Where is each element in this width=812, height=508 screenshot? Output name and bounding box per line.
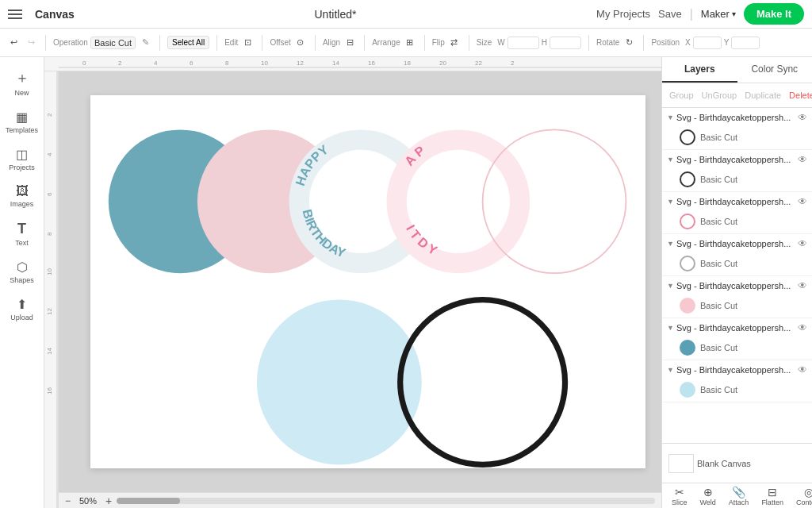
toolbar-sep-9 — [588, 35, 589, 51]
operation-value[interactable]: Basic Cut — [90, 37, 136, 49]
bottom-toolbar: ✂ Slice ⊕ Weld 📎 Attach ⊟ Flatten ◎ Cont… — [662, 483, 812, 508]
operation-group: Operation Basic Cut ✎ — [53, 36, 152, 50]
blank-canvas-panel: Blank Canvas — [662, 443, 812, 483]
height-input[interactable] — [550, 37, 581, 49]
canvas-scroll[interactable]: HAPPY BIRTHDAY A P — [59, 71, 661, 492]
layer-name-7: Svg - Birthdaycaketoppersh... — [676, 365, 795, 375]
contour-button[interactable]: ◎ Contour — [790, 484, 812, 508]
select-all-button[interactable]: Select All — [167, 36, 209, 49]
layer-sublabel-1: Basic Cut — [700, 133, 737, 142]
sidebar-item-new[interactable]: ＋ New — [3, 64, 41, 102]
sidebar-item-upload[interactable]: ⬆ Upload — [3, 292, 41, 326]
tab-layers[interactable]: Layers — [662, 57, 737, 83]
layer-header-5[interactable]: ▼ Svg - Birthdaycaketoppersh... 👁 — [662, 276, 812, 295]
rotate-label: Rotate — [596, 38, 619, 47]
weld-label: Weld — [700, 498, 716, 506]
flip-icon[interactable]: ⇄ — [447, 36, 462, 50]
sidebar-label-new: New — [14, 89, 29, 97]
tab-color-sync[interactable]: Color Sync — [737, 57, 813, 83]
save-button[interactable]: Save — [658, 8, 682, 20]
attach-button[interactable]: 📎 Attach — [722, 484, 756, 508]
top-bar: Canvas Untitled* My Projects Save | Make… — [0, 0, 812, 29]
layer-sublabel-4: Basic Cut — [700, 259, 737, 268]
layer-header-6[interactable]: ▼ Svg - Birthdaycaketoppersh... 👁 — [662, 318, 812, 337]
ungroup-button[interactable]: UnGroup — [698, 88, 741, 102]
sidebar-item-images[interactable]: 🖼 Images — [3, 179, 41, 213]
toolbar-sep-1 — [45, 35, 46, 51]
weld-button[interactable]: ⊕ Weld — [694, 484, 722, 508]
sidebar-item-projects[interactable]: ◫ Projects — [3, 142, 41, 176]
sidebar-item-text[interactable]: T Text — [3, 216, 41, 252]
horizontal-scrollbar[interactable] — [117, 498, 655, 504]
edit-group: Edit ⊡ — [224, 36, 255, 50]
arrange-group: Arrange ⊞ — [372, 36, 417, 50]
operation-edit-icon[interactable]: ✎ — [138, 36, 152, 50]
ruler-top: 0 2 4 6 8 10 12 14 16 18 20 22 2 — [44, 57, 661, 71]
toolbar: ↩ ↪ Operation Basic Cut ✎ Select All Edi… — [0, 29, 812, 57]
contour-icon: ◎ — [804, 486, 812, 498]
flatten-button[interactable]: ⊟ Flatten — [755, 484, 790, 508]
slice-icon: ✂ — [675, 486, 684, 498]
layer-name-6: Svg - Birthdaycaketoppersh... — [676, 323, 795, 333]
svg-text:16: 16 — [46, 387, 53, 394]
svg-text:6: 6 — [46, 192, 53, 196]
layer-header-2[interactable]: ▼ Svg - Birthdaycaketoppersh... 👁 — [662, 150, 812, 169]
layer-eye-3[interactable]: 👁 — [798, 196, 807, 207]
toolbar-sep-6 — [364, 35, 365, 51]
layer-eye-1[interactable]: 👁 — [798, 112, 807, 123]
my-projects-button[interactable]: My Projects — [596, 8, 650, 20]
undo-icon[interactable]: ↩ — [6, 36, 21, 50]
layer-circle-6 — [680, 340, 695, 356]
duplicate-button[interactable]: Duplicate — [741, 88, 785, 102]
offset-icon[interactable]: ⊙ — [293, 36, 308, 50]
align-icon[interactable]: ⊟ — [343, 36, 357, 50]
layer-circle-1 — [680, 129, 695, 145]
x-input[interactable] — [693, 37, 722, 49]
position-label: Position — [651, 38, 680, 47]
text-icon: T — [17, 221, 26, 237]
group-button[interactable]: Group — [665, 88, 698, 102]
layer-header-4[interactable]: ▼ Svg - Birthdaycaketoppersh... 👁 — [662, 234, 812, 253]
design-canvas[interactable]: HAPPY BIRTHDAY A P — [90, 95, 645, 468]
layer-sub-1: Basic Cut — [662, 127, 812, 149]
position-group: Position X Y — [651, 37, 760, 49]
svg-text:20: 20 — [439, 60, 446, 67]
layer-header-3[interactable]: ▼ Svg - Birthdaycaketoppersh... 👁 — [662, 192, 812, 211]
layer-eye-6[interactable]: 👁 — [798, 322, 807, 333]
circle-lightblue-bottom — [257, 300, 422, 465]
align-group: Align ⊟ — [323, 36, 357, 50]
layer-eye-7[interactable]: 👁 — [798, 364, 807, 375]
arrange-icon[interactable]: ⊞ — [403, 36, 417, 50]
make-it-button[interactable]: Make It — [744, 3, 804, 25]
menu-icon[interactable] — [8, 10, 22, 19]
delete-button[interactable]: Delete — [785, 88, 812, 102]
right-panel: Layers Color Sync Group UnGroup Duplicat… — [661, 57, 812, 508]
redo-icon[interactable]: ↪ — [24, 36, 38, 50]
layer-circle-7 — [680, 382, 695, 398]
layer-eye-5[interactable]: 👁 — [798, 280, 807, 291]
flatten-icon: ⊟ — [768, 486, 777, 498]
h-label: H — [542, 38, 547, 47]
slice-button[interactable]: ✂ Slice — [665, 484, 694, 508]
y-label: Y — [724, 38, 730, 47]
sidebar-label-text: Text — [15, 239, 29, 247]
layer-eye-4[interactable]: 👁 — [798, 238, 807, 249]
rotate-icon[interactable]: ↻ — [622, 36, 636, 50]
canvas-area[interactable]: 0 2 4 6 8 10 12 14 16 18 20 22 2 — [44, 57, 661, 508]
layer-eye-2[interactable]: 👁 — [798, 154, 807, 165]
maker-button[interactable]: Maker ▾ — [701, 8, 736, 20]
layer-header-1[interactable]: ▼ Svg - Birthdaycaketoppersh... 👁 — [662, 108, 812, 127]
sidebar-item-templates[interactable]: ▦ Templates — [3, 105, 41, 139]
zoom-in-button[interactable]: + — [105, 495, 112, 507]
zoom-out-button[interactable]: − — [65, 495, 71, 506]
edit-icon[interactable]: ⊡ — [240, 36, 255, 50]
sidebar-item-shapes[interactable]: ⬡ Shapes — [3, 255, 41, 289]
doc-title: Untitled* — [314, 8, 356, 21]
weld-icon: ⊕ — [703, 486, 713, 498]
layer-sub-2: Basic Cut — [662, 169, 812, 191]
svg-text:10: 10 — [46, 268, 53, 275]
white-canvas[interactable]: HAPPY BIRTHDAY A P — [90, 95, 645, 468]
y-input[interactable] — [731, 37, 760, 49]
width-input[interactable] — [508, 37, 539, 49]
layer-header-7[interactable]: ▼ Svg - Birthdaycaketoppersh... 👁 — [662, 360, 812, 379]
